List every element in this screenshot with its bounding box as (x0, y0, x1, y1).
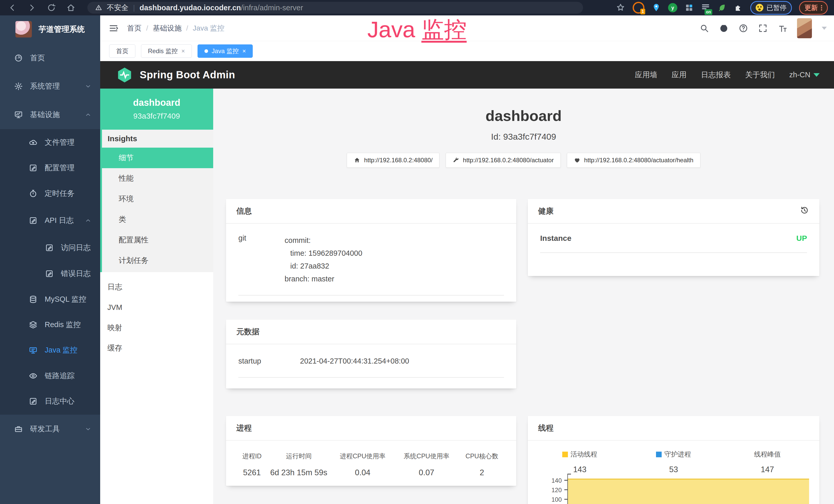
avatar-caret-icon[interactable] (822, 27, 827, 30)
screen-icon (29, 346, 38, 354)
tab-java-monitor[interactable]: Java 监控 × (198, 44, 253, 58)
url-host: dashboard.yudao.iocoder.cn (139, 4, 241, 12)
threads-stats: 活动线程 143 守护进程 53 线程峰值 147 (528, 441, 819, 474)
threads-card-title: 线程 (528, 416, 819, 441)
sidebar-item-config-mgmt[interactable]: 配置管理 (0, 158, 100, 178)
reload-icon[interactable] (47, 3, 56, 12)
sba-brand[interactable]: Spring Boot Admin (100, 67, 235, 84)
sba-instance-header[interactable]: dashboard 93a3fc7f7409 (100, 89, 213, 130)
instance-id-line: Id: 93a3fc7f7409 (213, 132, 834, 142)
sba-item-config-props[interactable]: 配置属性 (102, 230, 213, 250)
sba-item-details[interactable]: 细节 (100, 147, 213, 168)
service-url-button[interactable]: http://192.168.0.2:48080/ (347, 153, 439, 168)
extension-orange-icon[interactable]: 1 (633, 2, 644, 14)
sba-nav-applications[interactable]: 应用 (672, 70, 686, 80)
address-bar[interactable]: 不安全 | dashboard.yudao.iocoder.cn/infra/a… (87, 2, 583, 14)
process-value-sys-cpu: 0.07 (395, 468, 458, 477)
breadcrumb-home[interactable]: 首页 (127, 23, 141, 33)
process-value-uptime: 6d 23h 15m 59s (268, 468, 330, 477)
sidebar-item-api-logs[interactable]: API 日志 (0, 210, 100, 231)
tab-redis-monitor[interactable]: Redis 监控 × (141, 44, 192, 58)
edit-square-icon (29, 164, 38, 172)
sidebar-item-mysql-monitor[interactable]: MySQL 监控 (0, 289, 100, 310)
locale-caret-icon (813, 73, 820, 77)
sidebar-item-error-logs[interactable]: 错误日志 (0, 264, 100, 284)
sba-logo-icon (116, 67, 133, 84)
health-status-badge: UP (796, 234, 807, 243)
home-icon[interactable] (66, 3, 75, 12)
font-size-icon[interactable] (777, 23, 787, 33)
sba-nav-wallboard[interactable]: 应用墙 (635, 70, 657, 80)
close-icon[interactable]: × (242, 47, 246, 55)
threads-chart: 140 120 100 (528, 474, 819, 504)
sba-item-scheduled-tasks[interactable]: 计划任务 (102, 250, 213, 271)
fullscreen-icon[interactable] (758, 23, 768, 33)
extension-leaf-icon[interactable] (717, 3, 727, 12)
sidebar-item-dev-tools[interactable]: 研发工具 (0, 419, 100, 439)
actuator-url-button[interactable]: http://192.168.0.2:48080/actuator (446, 153, 561, 168)
forward-icon[interactable] (27, 3, 37, 12)
breadcrumb-current: Java 监控 (193, 23, 224, 33)
extension-pin-icon[interactable] (652, 3, 661, 12)
sba-nav: 应用墙 应用 日志报表 关于我们 zh-CN (635, 70, 820, 80)
back-icon[interactable] (8, 3, 17, 12)
sidebar-item-java-monitor[interactable]: Java 监控 (0, 340, 100, 361)
process-card: 进程 进程ID 运行时间 进程CPU使用率 系统CPU使用率 CPU核心数 52… (226, 416, 516, 486)
sba-item-environment[interactable]: 环境 (102, 189, 213, 209)
sba-item-jvm[interactable]: JVM (100, 297, 213, 318)
metadata-card: 元数据 startup 2021-04-27T00:44:31.254+08:0… (226, 320, 516, 388)
security-label[interactable]: 不安全 (107, 3, 128, 13)
health-instance-row: Instance UP (540, 234, 807, 253)
active-tab-dot (204, 49, 208, 53)
sba-item-mappings[interactable]: 映射 (100, 318, 213, 338)
extension-y-icon[interactable]: y (668, 3, 677, 12)
sidebar-item-infrastructure[interactable]: 基础设施 (0, 105, 100, 125)
sba-nav-journal[interactable]: 日志报表 (701, 70, 731, 80)
sba-item-metrics[interactable]: 性能 (102, 168, 213, 189)
browser-nav-buttons (0, 3, 83, 12)
sidebar-item-redis-monitor[interactable]: Redis 监控 (0, 315, 100, 335)
paused-profile-chip[interactable]: 已暂停 (750, 1, 792, 15)
process-header-proc-cpu: 进程CPU使用率 (330, 452, 395, 460)
metadata-value: 2021-04-27T00:44:31.254+08:00 (300, 354, 409, 367)
health-history-button[interactable] (800, 206, 809, 217)
bookmark-star-icon[interactable] (616, 3, 626, 13)
sidebar-item-access-logs[interactable]: 访问日志 (0, 237, 100, 258)
extensions-puzzle-icon[interactable] (734, 3, 743, 12)
sidebar-item-home[interactable]: 首页 (0, 48, 100, 68)
edit-square-icon (45, 269, 54, 278)
app-logo-row[interactable]: 芋道管理系统 (16, 21, 85, 38)
close-icon[interactable]: × (181, 47, 185, 55)
health-url-button[interactable]: http://192.168.0.2:48080/actuator/health (567, 153, 700, 168)
sba-item-caches[interactable]: 缓存 (100, 338, 213, 359)
sba-instance-name: dashboard (100, 97, 213, 108)
help-icon[interactable] (739, 23, 748, 33)
user-avatar[interactable] (797, 18, 812, 38)
sidebar-item-file-mgmt[interactable]: 文件管理 (0, 132, 100, 153)
sba-nav-about[interactable]: 关于我们 (745, 70, 775, 80)
github-icon[interactable] (719, 23, 729, 33)
edit-square-icon (29, 216, 38, 225)
eye-icon (29, 371, 38, 380)
chrome-update-button[interactable]: 更新 (799, 1, 828, 15)
sba-locale-select[interactable]: zh-CN (789, 71, 820, 79)
sidebar-item-scheduled-jobs[interactable]: 定时任务 (0, 183, 100, 204)
extension-list-icon[interactable]: on (701, 3, 710, 13)
sba-item-classes[interactable]: 类 (102, 209, 213, 230)
layers-icon (29, 320, 38, 329)
tab-home[interactable]: 首页 (109, 44, 135, 58)
extension-grid-icon[interactable] (684, 3, 694, 12)
heart-icon (574, 157, 580, 164)
sidebar-item-log-center[interactable]: 日志中心 (0, 391, 100, 412)
search-icon[interactable] (699, 23, 709, 33)
not-secure-warning-icon (95, 4, 102, 11)
sba-item-logs[interactable]: 日志 (100, 277, 213, 297)
gear-icon (14, 82, 23, 91)
app-header: 首页 / 基础设施 / Java 监控 (100, 16, 834, 41)
sidebar-collapse-icon[interactable] (108, 23, 119, 33)
breadcrumb-infrastructure[interactable]: 基础设施 (153, 23, 182, 33)
sidebar-item-trace[interactable]: 链路追踪 (0, 366, 100, 386)
health-card: 健康 Instance UP (528, 199, 819, 276)
sidebar-item-system-mgmt[interactable]: 系统管理 (0, 76, 100, 96)
sba-instance-id: 93a3fc7f7409 (100, 112, 213, 120)
